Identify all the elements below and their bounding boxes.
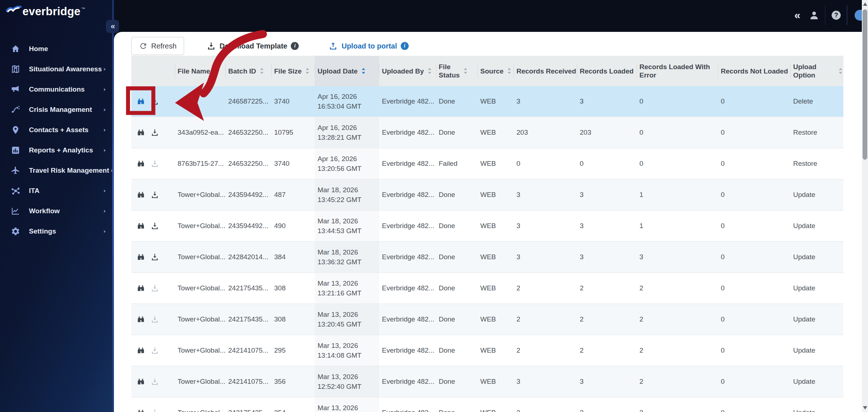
cell-batch-id: 246532250... <box>225 148 271 179</box>
home-icon <box>10 44 21 54</box>
double-chevron-left-icon: « <box>794 9 800 21</box>
table-row[interactable]: ...246587225...3740Apr 16, 202616:53:04 … <box>131 86 843 117</box>
sidebar-item-label: Settings <box>29 227 102 235</box>
column-label: Records Loaded With Error <box>639 63 718 79</box>
column-header-upload_option[interactable]: Upload Option <box>790 56 843 86</box>
cell-file-name: Tower+Global... <box>175 180 225 210</box>
cell-uploaded-by: Everbridge 482... <box>379 304 436 335</box>
column-header-file_size[interactable]: File Size <box>271 56 315 86</box>
sidebar-item-communications[interactable]: Communications <box>0 79 114 100</box>
table-row[interactable]: Tower+Global...242141075...356Mar 13, 20… <box>131 366 843 397</box>
sidebar-item-crisis-management[interactable]: Crisis Management <box>0 100 114 120</box>
column-header-source[interactable]: Source <box>477 56 514 86</box>
cell-file-size: 308 <box>271 304 315 335</box>
info-icon[interactable]: i <box>401 42 409 50</box>
binoculars-view-icon[interactable] <box>136 315 145 324</box>
cell-batch-id: 246587225... <box>225 86 271 117</box>
cell-file-size: 384 <box>271 242 315 272</box>
binoculars-view-icon[interactable] <box>136 97 145 106</box>
download-file-icon[interactable] <box>150 253 159 261</box>
upload-date-line2: 12:52:40 GMT <box>318 382 361 391</box>
sidebar: everbridge ™ HomeSituational AwarenessCo… <box>0 0 114 412</box>
column-header-file_status[interactable]: File Status <box>436 56 477 86</box>
binoculars-view-icon[interactable] <box>136 190 145 199</box>
sidebar-item-reports-analytics[interactable]: Reports + Analytics <box>0 140 114 160</box>
cell-file-size: 487 <box>271 180 315 210</box>
logo-text: everbridge <box>22 4 81 19</box>
table-row[interactable]: 343a0952-ea...246532250...10795Apr 16, 2… <box>131 117 843 148</box>
cell-records-loaded: 3 <box>577 242 637 272</box>
column-header-upload_date[interactable]: Upload Date <box>315 56 379 86</box>
download-template-button[interactable]: Download Template i <box>207 41 299 51</box>
table-row[interactable]: Tower+Global...242842014...384Mar 18, 20… <box>131 241 843 272</box>
column-header-batch_id[interactable]: Batch ID <box>225 56 271 86</box>
sidebar-item-contacts-assets[interactable]: Contacts + Assets <box>0 120 114 140</box>
sidebar-item-workflow[interactable]: Workflow <box>0 201 114 221</box>
sidebar-item-situational-awareness[interactable]: Situational Awareness <box>0 59 114 79</box>
collapse-header-icon[interactable]: « <box>788 5 805 25</box>
sort-icon <box>427 67 433 75</box>
sidebar-item-label: Communications <box>29 85 102 93</box>
cell-records-received: 2 <box>514 335 577 366</box>
cell-upload-option: Update <box>790 211 843 241</box>
binoculars-view-icon[interactable] <box>136 159 145 168</box>
upload-to-portal-button[interactable]: Upload to portal i <box>328 41 408 51</box>
cell-source: WEB <box>477 180 514 210</box>
info-icon[interactable]: i <box>291 42 299 50</box>
user-profile-icon[interactable] <box>805 5 822 25</box>
binoculars-view-icon[interactable] <box>136 128 145 137</box>
table-row[interactable]: Tower+Global...242175435...308Mar 13, 20… <box>131 303 843 335</box>
binoculars-view-icon[interactable] <box>136 222 145 231</box>
download-file-icon[interactable] <box>150 97 159 106</box>
column-header-file_name[interactable]: File Name <box>175 56 225 86</box>
cell-file-name: 343a0952-ea... <box>175 117 225 148</box>
cell-uploaded-by: Everbridge 482... <box>379 117 436 148</box>
plane-icon <box>10 166 21 175</box>
table-row[interactable]: Tower+Global...243594492...487Mar 18, 20… <box>131 179 843 210</box>
cell-file-name: Tower+Global... <box>175 242 225 272</box>
upload-date-line1: Mar 18, 2026 <box>318 185 358 195</box>
cell-batch-id: 242175435... <box>225 398 271 412</box>
sidebar-item-label: Workflow <box>29 207 102 215</box>
cell-records-not-loaded: 0 <box>718 335 790 366</box>
help-icon[interactable]: ? <box>827 5 844 25</box>
cell-file-name: Tower+Global... <box>175 335 225 366</box>
cell-file-name: Tower+Global... <box>175 211 225 241</box>
table-row[interactable]: 8763b715-27...246532250...3740Apr 16, 20… <box>131 148 843 179</box>
table-row[interactable]: Tower+Global...242141075...295Mar 13, 20… <box>131 335 843 366</box>
binoculars-view-icon[interactable] <box>136 408 145 412</box>
binoculars-view-icon[interactable] <box>136 253 145 262</box>
vertical-scrollbar[interactable] <box>862 0 868 412</box>
sidebar-item-travel-risk-management[interactable]: Travel Risk Management <box>0 160 114 181</box>
cell-upload-option: Update <box>790 335 843 366</box>
refresh-button[interactable]: Refresh <box>131 37 184 55</box>
scroll-down-arrow-icon[interactable] <box>863 406 867 409</box>
cell-file-size: 354 <box>271 398 315 412</box>
sidebar-collapse-button[interactable]: « <box>106 20 119 33</box>
table-body: ...246587225...3740Apr 16, 202616:53:04 … <box>131 86 843 412</box>
download-template-label: Download Template <box>220 42 287 50</box>
sidebar-item-home[interactable]: Home <box>0 39 114 59</box>
table-row[interactable]: Tower+Global...242175435...308Mar 13, 20… <box>131 272 843 303</box>
cell-records-loaded-with-error: 2 <box>637 304 718 335</box>
chevron-right-icon <box>102 67 107 72</box>
column-header-uploaded_by[interactable]: Uploaded By <box>379 56 436 86</box>
route-icon <box>10 105 21 114</box>
binoculars-view-icon[interactable] <box>136 377 145 386</box>
sidebar-item-ita[interactable]: ITA <box>0 181 114 201</box>
app-window: « ? Everbridge 360™ everbridge ™ <box>0 0 868 412</box>
download-file-icon[interactable] <box>150 190 159 199</box>
sidebar-item-label: Contacts + Assets <box>29 126 102 134</box>
binoculars-view-icon[interactable] <box>136 284 145 293</box>
upload-date-line2: 13:45:22 GMT <box>318 195 361 205</box>
table-row[interactable]: Tower+Global...243594492...490Mar 18, 20… <box>131 210 843 241</box>
scrollbar-thumb[interactable] <box>863 9 867 160</box>
scroll-up-arrow-icon[interactable] <box>863 3 867 6</box>
table-row[interactable]: Tower+Global...242175435...354Mar 13, 20… <box>131 397 843 412</box>
binoculars-view-icon[interactable] <box>136 346 145 355</box>
download-file-icon[interactable] <box>150 222 159 230</box>
sidebar-item-settings[interactable]: Settings <box>0 221 114 241</box>
download-file-icon[interactable] <box>150 128 159 137</box>
cell-records-not-loaded: 0 <box>718 117 790 148</box>
cell-upload-date: Mar 18, 202613:44:53 GMT <box>315 211 379 241</box>
